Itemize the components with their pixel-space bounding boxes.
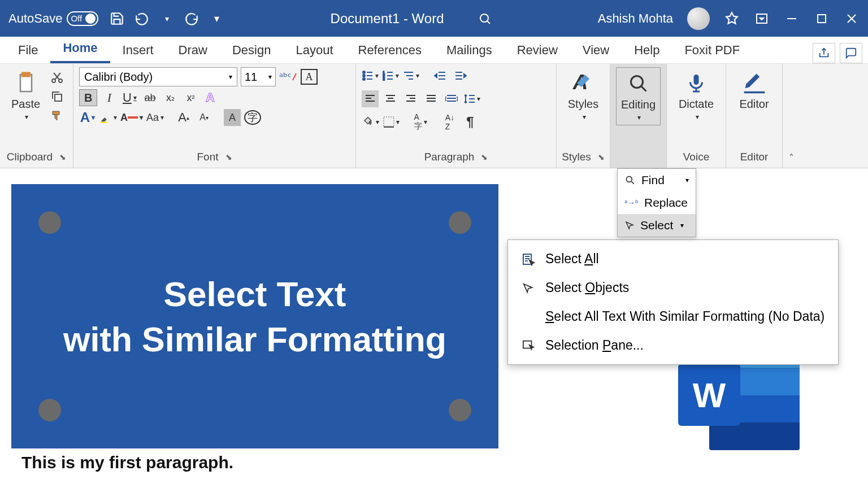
- autosave-label: AutoSave: [8, 11, 62, 26]
- svg-point-0: [480, 14, 488, 22]
- shrink-font-icon[interactable]: A▾: [196, 109, 212, 126]
- group-paragraph: ▾ 123▾ ▾ ▾ ▾ ▾ A字▾ A↓Z: [356, 64, 557, 168]
- bullets-icon[interactable]: ▾: [362, 67, 379, 84]
- styles-button[interactable]: A Styles ▾: [562, 67, 604, 124]
- share-icon[interactable]: [813, 43, 835, 63]
- numbering-icon[interactable]: 123▾: [382, 67, 399, 84]
- replace-item[interactable]: ᵃ→ᵇ Replace: [618, 191, 696, 214]
- selection-pane-item[interactable]: Selection Pane...: [508, 331, 838, 360]
- enclose-characters-icon[interactable]: 字: [244, 110, 261, 125]
- avatar[interactable]: [687, 7, 710, 30]
- tab-help[interactable]: Help: [622, 37, 672, 63]
- copy-icon[interactable]: [50, 90, 64, 103]
- cut-icon[interactable]: [50, 71, 64, 84]
- svg-point-17: [363, 78, 365, 80]
- dialog-launcher-icon[interactable]: ⬊: [225, 152, 232, 162]
- tab-view[interactable]: View: [570, 37, 622, 63]
- close-icon[interactable]: [844, 11, 860, 27]
- tab-references[interactable]: References: [346, 37, 435, 63]
- overlay-line1: Select Text: [164, 274, 346, 314]
- text-effects-dropdown[interactable]: A▾: [79, 109, 96, 126]
- show-hide-icon[interactable]: ¶: [462, 114, 479, 130]
- align-right-icon[interactable]: [402, 90, 419, 107]
- ribbon-tabs: File Home Insert Draw Design Layout Refe…: [0, 37, 868, 64]
- clear-formatting-icon[interactable]: ᵃᵇᶜ: [279, 68, 297, 85]
- comments-icon[interactable]: [840, 43, 862, 63]
- sort-icon[interactable]: A↓Z: [441, 114, 458, 130]
- search-icon[interactable]: [478, 12, 492, 25]
- tab-mailings[interactable]: Mailings: [434, 37, 505, 63]
- text-effects-icon[interactable]: A: [202, 89, 219, 106]
- tab-design[interactable]: Design: [220, 37, 283, 63]
- increase-indent-icon[interactable]: [452, 67, 469, 84]
- tab-file[interactable]: File: [6, 37, 50, 63]
- strikethrough-button[interactable]: ab: [141, 89, 158, 106]
- tab-home[interactable]: Home: [50, 35, 110, 63]
- customize-qat-icon[interactable]: ▾: [209, 11, 224, 26]
- dialog-launcher-icon[interactable]: ⬊: [598, 152, 605, 162]
- font-size-dropdown[interactable]: 11▾: [241, 67, 276, 86]
- grow-font-icon[interactable]: A▴: [175, 109, 192, 126]
- paste-button[interactable]: Paste ▾: [6, 67, 46, 124]
- group-styles: A Styles ▾ Styles⬊: [557, 64, 610, 168]
- shading-icon[interactable]: ▾: [362, 114, 379, 130]
- character-shading-icon[interactable]: A: [224, 109, 241, 126]
- superscript-button[interactable]: x²: [182, 89, 199, 106]
- highlight-icon[interactable]: ▾: [99, 109, 117, 126]
- premium-icon[interactable]: [724, 11, 740, 27]
- editor-button[interactable]: Editor: [732, 67, 776, 114]
- underline-button[interactable]: U▾: [121, 89, 138, 106]
- align-left-icon[interactable]: [362, 90, 379, 107]
- align-center-icon[interactable]: [382, 90, 399, 107]
- dialog-launcher-icon[interactable]: ⬊: [481, 152, 488, 162]
- group-editing: Editing ▾: [610, 64, 667, 168]
- paragraph-text: This is my first paragraph.: [21, 453, 233, 472]
- decrease-indent-icon[interactable]: [432, 67, 449, 84]
- editing-dropdown: Find ▾ ᵃ→ᵇ Replace Select ▾: [617, 168, 696, 237]
- dialog-launcher-icon[interactable]: ⬊: [59, 152, 66, 162]
- title-right: Ashish Mohta: [598, 7, 860, 30]
- redo-icon[interactable]: [184, 11, 199, 26]
- select-objects-item[interactable]: Select Objects: [508, 273, 838, 302]
- character-border-icon[interactable]: A: [301, 69, 318, 85]
- font-name-dropdown[interactable]: Calibri (Body)▾: [79, 67, 237, 86]
- corner-dot: [38, 211, 61, 234]
- tab-layout[interactable]: Layout: [283, 37, 345, 63]
- tab-insert[interactable]: Insert: [110, 37, 166, 63]
- multilevel-list-icon[interactable]: ▾: [402, 67, 419, 84]
- user-name[interactable]: Ashish Mohta: [598, 11, 673, 26]
- ribbon-display-icon[interactable]: [754, 11, 770, 27]
- dictate-button[interactable]: Dictate ▾: [672, 67, 720, 124]
- asian-layout-icon[interactable]: A字▾: [412, 114, 429, 130]
- select-similar-formatting-item[interactable]: Select All Text With Similar Formatting …: [508, 302, 838, 331]
- autosave-toggle[interactable]: AutoSave Off: [8, 11, 98, 26]
- minimize-icon[interactable]: [784, 11, 800, 27]
- select-all-item[interactable]: Select All: [508, 245, 838, 273]
- document-title: Document1 - Word: [331, 11, 444, 27]
- document-title-area: Document1 - Word: [224, 11, 597, 27]
- find-item[interactable]: Find ▾: [618, 169, 696, 191]
- editing-button[interactable]: Editing ▾: [616, 67, 661, 125]
- borders-icon[interactable]: ▾: [383, 114, 400, 130]
- subscript-button[interactable]: x₂: [162, 89, 179, 106]
- svg-rect-3: [818, 15, 826, 23]
- bold-button[interactable]: B: [79, 89, 97, 106]
- save-icon[interactable]: [110, 11, 124, 26]
- maximize-icon[interactable]: [814, 11, 830, 27]
- font-color-icon[interactable]: A▾: [120, 109, 143, 126]
- distributed-icon[interactable]: [443, 90, 460, 107]
- select-item[interactable]: Select ▾: [618, 214, 696, 237]
- format-painter-icon[interactable]: [50, 109, 64, 123]
- tab-review[interactable]: Review: [505, 37, 570, 63]
- line-spacing-icon[interactable]: ▾: [463, 90, 480, 107]
- toggle-switch[interactable]: Off: [67, 11, 98, 26]
- change-case-icon[interactable]: Aa▾: [146, 109, 164, 126]
- collapse-ribbon-icon[interactable]: ˄: [789, 152, 794, 164]
- justify-icon[interactable]: [423, 90, 440, 107]
- italic-button[interactable]: I: [101, 89, 118, 106]
- chevron-down-icon[interactable]: ▾: [159, 11, 174, 26]
- tab-foxit[interactable]: Foxit PDF: [672, 37, 752, 63]
- search-icon: [626, 71, 651, 96]
- undo-icon[interactable]: [134, 11, 149, 26]
- tab-draw[interactable]: Draw: [166, 37, 220, 63]
